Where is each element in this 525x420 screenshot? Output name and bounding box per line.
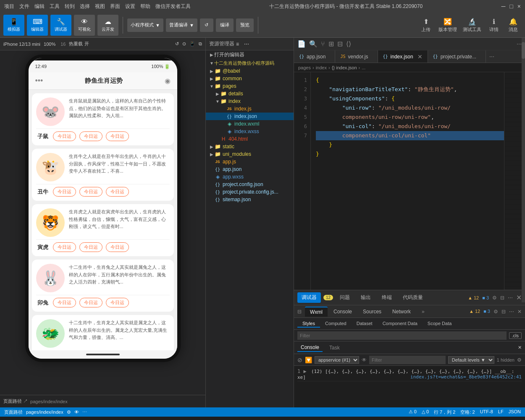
zoom-selector[interactable]: 100% (44, 42, 55, 47)
settings-nav-icon[interactable]: ⚙ (494, 309, 498, 315)
debugger-button[interactable]: 🔧 调试器 (50, 15, 71, 36)
circle-icon[interactable]: ⊙ (182, 41, 186, 47)
mode-dropdown[interactable]: 小程序模式 ▼ (127, 18, 163, 32)
log-file-ref[interactable]: index.js?t=wechat&s=_8be9e83f4e6452c2:41 (410, 374, 522, 380)
more-options-icon[interactable]: ⋯ (517, 41, 522, 47)
window-controls[interactable]: ─ □ × (501, 3, 521, 10)
code-editor[interactable]: 1234567 { "navigationBarTitleText": "静鱼生… (294, 72, 525, 290)
tree-item[interactable]: JSapp.js (206, 158, 294, 165)
zodiac-btn[interactable]: 今日运 (53, 298, 76, 307)
test-button[interactable]: 🔬 测试工具 (461, 15, 483, 36)
nav-tab-network[interactable]: Network (387, 307, 416, 316)
more-nav-icon[interactable]: ⋯ (509, 309, 514, 315)
cloud-button[interactable]: ☁ 云开发 (97, 15, 118, 36)
console-tab-active[interactable]: Console (297, 344, 323, 352)
wxml-icon[interactable]: ⟨⟩ (346, 40, 351, 48)
tab-quality[interactable]: 代码质量 (399, 292, 427, 303)
visual-button[interactable]: 👁 可视化 (74, 15, 95, 36)
tree-item[interactable]: ▶📁uni_modules (206, 150, 294, 158)
tab-issues[interactable]: 问题 (336, 292, 354, 303)
git-icon[interactable]: ⑂ (321, 40, 325, 48)
tree-item[interactable]: JSindex.js (206, 105, 294, 113)
more-icon[interactable]: ⋯ (244, 41, 249, 47)
refresh-button[interactable]: ↺ (200, 18, 213, 32)
zodiac-btn[interactable]: 今日运 (106, 131, 129, 141)
zodiac-btn[interactable]: 今日运 (106, 242, 129, 252)
scrollbar-track[interactable] (522, 72, 525, 290)
styles-tab-styles[interactable]: Styles (297, 320, 320, 328)
zodiac-btn[interactable]: 今日运 (53, 131, 76, 141)
device-selector[interactable]: iPhone 12/13 mini (3, 42, 40, 47)
styles-tab-dataset[interactable]: Dataset (352, 320, 378, 328)
nav-tab-wxml[interactable]: Wxml (305, 307, 328, 317)
menu-edit[interactable]: 编辑 (34, 3, 45, 10)
nav-tab-more[interactable]: » (417, 307, 430, 316)
tree-item[interactable]: ▶📁details (206, 90, 294, 97)
tab-project-private---[interactable]: {}project.private... (428, 50, 486, 63)
zodiac-btn[interactable]: 今日运 (79, 131, 102, 141)
tree-item[interactable]: {}project.config.json (206, 181, 294, 188)
copy-icon[interactable]: ⧉ (199, 41, 202, 47)
appservice-selector[interactable]: appservice (#1) (315, 356, 359, 364)
upload-button[interactable]: ⬆ 上传 (417, 15, 434, 36)
details-button[interactable]: ℹ 详情 (486, 15, 502, 36)
tree-item[interactable]: ◈index.wxss (206, 128, 294, 135)
close-console-icon[interactable]: ✕ (518, 345, 522, 350)
hot-reload-toggle[interactable]: 热重载 开 (69, 41, 89, 47)
split-devtools-icon[interactable]: ⊟ (500, 295, 504, 301)
minimize-button[interactable]: ─ (501, 3, 505, 10)
zodiac-btn[interactable]: 今日运 (106, 187, 129, 197)
settings-console-icon[interactable]: ⚙ (517, 357, 522, 363)
menu-devtools[interactable]: 微信开发者工具 (155, 3, 191, 10)
nav-icon-left[interactable]: ⊟ (297, 309, 302, 315)
console-filter-input[interactable] (369, 356, 446, 364)
close-button[interactable]: × (517, 3, 521, 10)
tree-item[interactable]: H404.html (206, 135, 294, 143)
version-button[interactable]: 🔀 版本管理 (437, 15, 459, 36)
statusbar-more-icon[interactable]: ⋯ (82, 410, 87, 415)
menu-view[interactable]: 视图 (95, 3, 105, 10)
phone-icon[interactable]: 📱 (189, 41, 195, 47)
compile-btn[interactable]: 编译 (216, 18, 234, 32)
statusbar-settings-icon[interactable]: ⚙ (67, 410, 71, 415)
menu-help[interactable]: 帮助 (140, 3, 150, 10)
tree-item[interactable]: ▼📁index (206, 97, 294, 105)
cls-button[interactable]: .cls (509, 332, 522, 339)
split-icon[interactable]: ⊟ (337, 40, 343, 48)
menu-tools[interactable]: 工具 (50, 3, 60, 10)
eye-icon[interactable]: 👁 (362, 357, 367, 363)
rotate-icon[interactable]: ↺ (175, 41, 179, 47)
tree-item[interactable]: ▼📁pages (206, 82, 294, 90)
menu-file[interactable]: 文件 (19, 3, 29, 10)
tree-section-source[interactable]: ▼ 十二生肖运势微信小程序源码 (206, 59, 294, 67)
task-tab[interactable]: Task (326, 344, 343, 352)
styles-tab-scope-data[interactable]: Scope Data (423, 320, 457, 328)
menu-select[interactable]: 选择 (80, 3, 90, 10)
message-button[interactable]: 🔔 消息 (505, 15, 522, 36)
tab-index-json[interactable]: {}index.json✕ (378, 50, 428, 63)
expand-arrow[interactable]: ▶ (303, 368, 306, 374)
styles-tab-computed[interactable]: Computed (320, 320, 352, 328)
tree-item[interactable]: {}app.json (206, 165, 294, 173)
search-icon[interactable]: 🔍 (309, 40, 318, 48)
nav-tab-console[interactable]: Console (328, 307, 357, 316)
zodiac-btn[interactable]: 今日运 (53, 187, 76, 197)
settings-icon[interactable]: ⚙ (492, 295, 497, 301)
close-nav-icon[interactable]: ✕ (517, 309, 522, 315)
code-content[interactable]: { "navigationBarTitleText": "静鱼生肖运势", "u… (311, 72, 504, 290)
tree-item[interactable]: ◈app.wxss (206, 173, 294, 181)
zodiac-btn[interactable]: 今日运 (53, 242, 76, 252)
tab-debugger[interactable]: 调试器 (297, 292, 321, 303)
menu-goto[interactable]: 转到 (65, 3, 75, 10)
tree-item[interactable]: {}index.json (206, 113, 294, 120)
tab-close-button[interactable]: ✕ (417, 53, 423, 60)
log-level-selector[interactable]: Default levels ▼ (448, 356, 494, 364)
tree-section-open-editors[interactable]: ▶ 打开的编辑器 (206, 50, 294, 59)
zodiac-btn[interactable]: 今日运 (106, 298, 129, 307)
preview-btn[interactable]: 预览 (236, 18, 254, 32)
menu-settings[interactable]: 设置 (125, 3, 135, 10)
console-clear-icon[interactable]: ⊘ (297, 357, 302, 363)
tab-terminal[interactable]: 终端 (378, 292, 396, 303)
close-devtools-button[interactable]: ✕ (516, 294, 522, 302)
tree-item[interactable]: {}project.private.config.js... (206, 188, 294, 196)
